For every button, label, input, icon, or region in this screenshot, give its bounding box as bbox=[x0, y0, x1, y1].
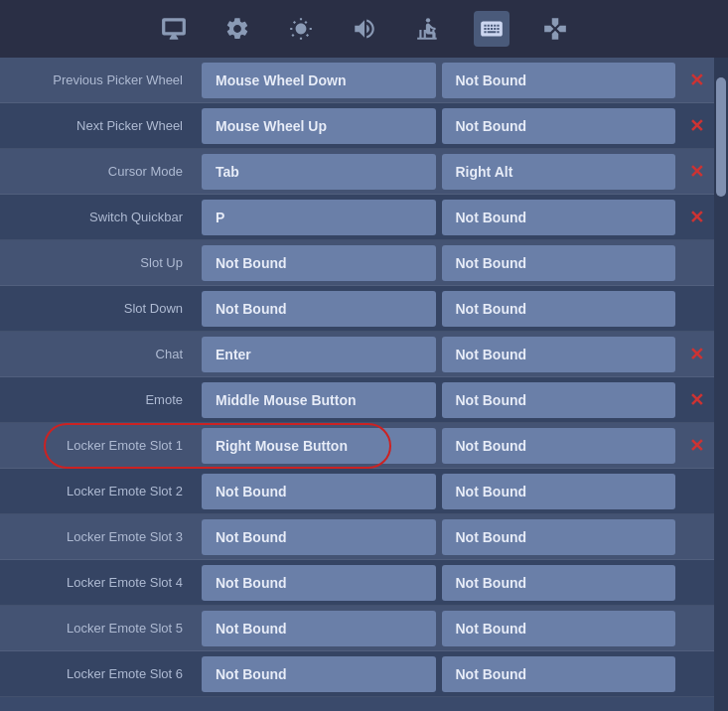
primary-binding[interactable]: Not Bound bbox=[202, 291, 436, 327]
monitor-nav-icon[interactable] bbox=[156, 11, 192, 47]
brightness-nav-icon[interactable] bbox=[283, 11, 319, 47]
delete-button[interactable]: ✕ bbox=[678, 207, 714, 228]
primary-binding[interactable]: Right Mouse Button bbox=[202, 428, 436, 464]
delete-button[interactable]: ✕ bbox=[678, 115, 714, 137]
row-label: Emote bbox=[0, 392, 199, 407]
scrollbar-thumb[interactable] bbox=[716, 77, 726, 197]
secondary-binding[interactable]: Not Bound bbox=[442, 611, 676, 646]
primary-binding[interactable]: Mouse Wheel Up bbox=[202, 108, 436, 144]
row-label: Chat bbox=[0, 347, 199, 361]
delete-button[interactable]: ✕ bbox=[678, 70, 714, 91]
gear-nav-icon[interactable] bbox=[219, 11, 255, 47]
row-label: Cursor Mode bbox=[0, 164, 199, 179]
secondary-binding[interactable]: Not Bound bbox=[442, 519, 676, 555]
table-row: Slot UpNot BoundNot Bound bbox=[0, 240, 714, 286]
row-label: Locker Emote Slot 4 bbox=[0, 575, 199, 590]
secondary-binding[interactable]: Not Bound bbox=[442, 656, 676, 692]
secondary-binding[interactable]: Not Bound bbox=[442, 337, 676, 372]
primary-binding[interactable]: Not Bound bbox=[202, 474, 436, 509]
secondary-binding[interactable]: Not Bound bbox=[442, 245, 676, 281]
secondary-binding[interactable]: Not Bound bbox=[442, 200, 676, 235]
secondary-binding[interactable]: Not Bound bbox=[442, 382, 676, 418]
table-row: Slot DownNot BoundNot Bound bbox=[0, 286, 714, 332]
row-label: Locker Emote Slot 2 bbox=[0, 484, 199, 498]
secondary-binding[interactable]: Not Bound bbox=[442, 565, 676, 601]
row-label: Slot Up bbox=[0, 255, 199, 270]
primary-binding[interactable]: Mouse Wheel Down bbox=[202, 63, 436, 98]
gamepad-nav-icon[interactable] bbox=[537, 11, 573, 47]
svg-point-0 bbox=[425, 18, 429, 22]
x-icon: ✕ bbox=[689, 161, 704, 183]
table-row: Switch QuickbarPNot Bound✕ bbox=[0, 195, 714, 240]
row-label: Locker Emote Slot 1 bbox=[0, 438, 199, 453]
delete-button[interactable]: ✕ bbox=[678, 344, 714, 365]
x-icon: ✕ bbox=[689, 207, 704, 228]
delete-button[interactable]: ✕ bbox=[678, 161, 714, 183]
top-nav bbox=[0, 0, 728, 58]
row-label: Previous Picker Wheel bbox=[0, 72, 199, 87]
table-row: Locker Emote Slot 2Not BoundNot Bound bbox=[0, 469, 714, 514]
accessibility-nav-icon[interactable] bbox=[410, 11, 446, 47]
row-label: Locker Emote Slot 6 bbox=[0, 666, 199, 681]
primary-binding[interactable]: Tab bbox=[202, 154, 436, 190]
row-label: Slot Down bbox=[0, 301, 199, 316]
table-row: Cursor ModeTabRight Alt✕ bbox=[0, 149, 714, 195]
primary-binding[interactable]: P bbox=[202, 200, 436, 235]
bindings-table: Previous Picker WheelMouse Wheel DownNot… bbox=[0, 58, 714, 711]
primary-binding[interactable]: Not Bound bbox=[202, 519, 436, 555]
secondary-binding[interactable]: Not Bound bbox=[442, 474, 676, 509]
delete-button[interactable]: ✕ bbox=[678, 435, 714, 457]
row-label: Locker Emote Slot 3 bbox=[0, 529, 199, 544]
table-row: Previous Picker WheelMouse Wheel DownNot… bbox=[0, 58, 714, 103]
table-row: Locker Emote Slot 6Not BoundNot Bound bbox=[0, 651, 714, 697]
primary-binding[interactable]: Not Bound bbox=[202, 565, 436, 601]
secondary-binding[interactable]: Right Alt bbox=[442, 154, 676, 190]
secondary-binding[interactable]: Not Bound bbox=[442, 428, 676, 464]
row-label: Locker Emote Slot 5 bbox=[0, 621, 199, 636]
x-icon: ✕ bbox=[689, 344, 704, 365]
secondary-binding[interactable]: Not Bound bbox=[442, 291, 676, 327]
primary-binding[interactable]: Not Bound bbox=[202, 611, 436, 646]
table-row: Locker Emote Slot 1Right Mouse ButtonNot… bbox=[0, 423, 714, 469]
table-row: Next Picker WheelMouse Wheel UpNot Bound… bbox=[0, 103, 714, 149]
delete-button[interactable]: ✕ bbox=[678, 389, 714, 411]
table-row: Locker Emote Slot 5Not BoundNot Bound bbox=[0, 606, 714, 651]
keyboard-nav-icon[interactable] bbox=[474, 11, 510, 47]
table-row: EmoteMiddle Mouse ButtonNot Bound✕ bbox=[0, 377, 714, 423]
scrollbar-track[interactable] bbox=[714, 58, 728, 711]
primary-binding[interactable]: Not Bound bbox=[202, 245, 436, 281]
primary-binding[interactable]: Enter bbox=[202, 337, 436, 372]
primary-binding[interactable]: Not Bound bbox=[202, 656, 436, 692]
volume-nav-icon[interactable] bbox=[347, 11, 382, 47]
row-label: Switch Quickbar bbox=[0, 210, 199, 224]
content-area: Previous Picker WheelMouse Wheel DownNot… bbox=[0, 58, 728, 711]
table-row: ChatEnterNot Bound✕ bbox=[0, 332, 714, 377]
x-icon: ✕ bbox=[689, 115, 704, 137]
row-label: Next Picker Wheel bbox=[0, 118, 199, 133]
secondary-binding[interactable]: Not Bound bbox=[442, 108, 676, 144]
primary-binding[interactable]: Middle Mouse Button bbox=[202, 382, 436, 418]
secondary-binding[interactable]: Not Bound bbox=[442, 63, 676, 98]
x-icon: ✕ bbox=[689, 70, 704, 91]
x-icon: ✕ bbox=[689, 435, 704, 457]
table-row: Locker Emote Slot 3Not BoundNot Bound bbox=[0, 514, 714, 560]
table-row: Locker Emote Slot 4Not BoundNot Bound bbox=[0, 560, 714, 606]
x-icon: ✕ bbox=[689, 389, 704, 411]
